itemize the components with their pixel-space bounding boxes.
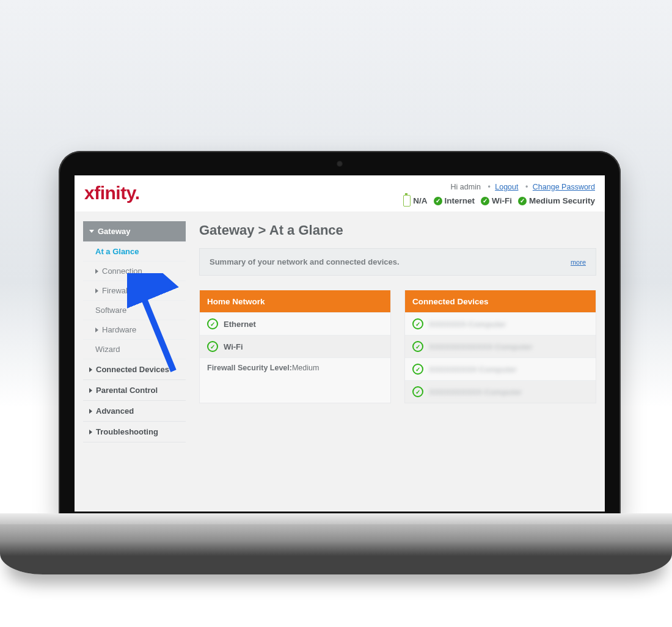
firewall-label: Firewall Security Level: bbox=[207, 364, 292, 372]
main-content: Gateway > At a Glance Summary of your ne… bbox=[199, 221, 596, 442]
chevron-right-icon bbox=[95, 269, 98, 274]
status-battery-label: N/A bbox=[413, 196, 427, 205]
sidebar-item-label: Connection bbox=[102, 266, 142, 276]
device-name: XXXXXXXXXXXX-Computer bbox=[429, 342, 533, 351]
firewall-level: Firewall Security Level:Medium bbox=[200, 358, 390, 378]
sidebar-item-label: At a Glance bbox=[95, 247, 139, 256]
sidebar-item-wizard[interactable]: Wizard bbox=[83, 340, 186, 359]
sidebar-item-firewall[interactable]: Firewall bbox=[83, 281, 186, 301]
device-row[interactable]: ✓ XXXXXXXXXX-Computer bbox=[405, 380, 596, 403]
row-label: Ethernet bbox=[224, 320, 256, 329]
device-name: XXXXXXXXX-Computer bbox=[429, 365, 517, 374]
panels: Home Network ✓ Ethernet ✓ Wi-Fi Firewall… bbox=[199, 290, 596, 403]
device-row[interactable]: ✓ XXXXXXXXX-Computer bbox=[405, 358, 596, 380]
sidebar-item-label: Connected Devices bbox=[96, 365, 169, 374]
panel-header: Connected Devices bbox=[405, 290, 596, 312]
check-icon: ✓ bbox=[412, 341, 423, 352]
row-label: Wi-Fi bbox=[224, 342, 243, 351]
check-icon: ✓ bbox=[412, 386, 423, 397]
summary-bar: Summary of your network and connected de… bbox=[199, 248, 596, 276]
header-right: Hi admin • Logout • Change Password N/A … bbox=[403, 183, 595, 207]
status-bar: N/A ✓ Internet ✓ Wi-Fi ✓ Medium Security bbox=[403, 195, 595, 207]
device-row[interactable]: ✓ XXXXXXXXXXXX-Computer bbox=[405, 335, 596, 358]
device-row[interactable]: ✓ XXXXXXX-Computer bbox=[405, 312, 596, 335]
summary-text: Summary of your network and connected de… bbox=[210, 257, 400, 266]
sidebar-item-parental-control[interactable]: Parental Control bbox=[83, 380, 186, 401]
check-icon: ✓ bbox=[434, 197, 442, 205]
separator-icon: • bbox=[488, 183, 490, 191]
screen: xfinity. Hi admin • Logout • Change Pass… bbox=[75, 175, 605, 512]
sidebar-item-connection[interactable]: Connection bbox=[83, 262, 186, 281]
page-title: Gateway > At a Glance bbox=[199, 222, 596, 238]
page-body: Gateway At a Glance Connection Firewall … bbox=[75, 211, 605, 452]
sidebar-item-gateway[interactable]: Gateway bbox=[83, 221, 186, 242]
more-link[interactable]: more bbox=[571, 258, 586, 266]
check-icon: ✓ bbox=[207, 318, 218, 329]
sidebar-item-hardware[interactable]: Hardware bbox=[83, 320, 186, 340]
page-header: xfinity. Hi admin • Logout • Change Pass… bbox=[75, 175, 605, 211]
status-security-label: Medium Security bbox=[529, 196, 595, 205]
laptop-base bbox=[0, 513, 672, 574]
sidebar-item-label: Troubleshooting bbox=[96, 427, 158, 436]
webcam-icon bbox=[337, 161, 343, 167]
chevron-right-icon bbox=[89, 430, 92, 435]
status-wifi-label: Wi-Fi bbox=[492, 196, 512, 205]
sidebar-item-at-a-glance[interactable]: At a Glance bbox=[83, 242, 186, 262]
sidebar-item-label: Advanced bbox=[96, 406, 134, 416]
sidebar-item-label: Software bbox=[95, 306, 126, 315]
check-icon: ✓ bbox=[412, 318, 423, 329]
sidebar-item-advanced[interactable]: Advanced bbox=[83, 401, 186, 422]
sidebar: Gateway At a Glance Connection Firewall … bbox=[83, 221, 186, 442]
laptop-frame: xfinity. Hi admin • Logout • Change Pass… bbox=[59, 151, 621, 518]
sidebar-item-connected-devices[interactable]: Connected Devices bbox=[83, 359, 186, 380]
separator-icon: • bbox=[525, 183, 528, 191]
chevron-right-icon bbox=[89, 367, 92, 372]
home-network-ethernet: ✓ Ethernet bbox=[200, 312, 390, 335]
brand-logo: xfinity. bbox=[84, 183, 139, 204]
sidebar-item-label: Hardware bbox=[102, 325, 136, 334]
status-security: ✓ Medium Security bbox=[518, 196, 595, 205]
logout-link[interactable]: Logout bbox=[495, 183, 518, 191]
chevron-right-icon bbox=[89, 409, 92, 414]
connected-devices-panel: Connected Devices ✓ XXXXXXX-Computer ✓ X… bbox=[404, 290, 596, 403]
check-icon: ✓ bbox=[207, 341, 218, 352]
sidebar-item-label: Gateway bbox=[98, 227, 130, 236]
home-network-wifi: ✓ Wi-Fi bbox=[200, 335, 390, 358]
sidebar-item-label: Parental Control bbox=[96, 386, 158, 395]
firewall-value: Medium bbox=[292, 364, 319, 372]
change-password-link[interactable]: Change Password bbox=[533, 183, 595, 191]
sidebar-item-software[interactable]: Software bbox=[83, 301, 186, 320]
chevron-right-icon bbox=[95, 288, 98, 293]
panel-header: Home Network bbox=[200, 290, 390, 312]
sidebar-item-troubleshooting[interactable]: Troubleshooting bbox=[83, 422, 186, 442]
home-network-panel: Home Network ✓ Ethernet ✓ Wi-Fi Firewall… bbox=[199, 290, 391, 403]
laptop-notch bbox=[281, 513, 391, 522]
status-internet: ✓ Internet bbox=[434, 196, 475, 205]
status-battery: N/A bbox=[403, 195, 427, 207]
check-icon: ✓ bbox=[481, 197, 489, 205]
check-icon: ✓ bbox=[518, 197, 527, 205]
chevron-right-icon bbox=[95, 328, 98, 332]
greeting-text: Hi admin bbox=[451, 183, 481, 191]
status-internet-label: Internet bbox=[445, 196, 475, 205]
chevron-down-icon bbox=[89, 230, 94, 233]
device-name: XXXXXXX-Computer bbox=[429, 320, 506, 329]
chevron-right-icon bbox=[89, 388, 92, 393]
battery-icon bbox=[403, 195, 411, 207]
device-name: XXXXXXXXXX-Computer bbox=[429, 387, 522, 397]
status-wifi: ✓ Wi-Fi bbox=[481, 196, 512, 205]
sidebar-item-label: Wizard bbox=[95, 345, 120, 354]
header-top-links: Hi admin • Logout • Change Password bbox=[403, 183, 595, 191]
sidebar-item-label: Firewall bbox=[102, 286, 130, 295]
check-icon: ✓ bbox=[412, 364, 423, 375]
brand-text: xfinity bbox=[84, 183, 135, 203]
